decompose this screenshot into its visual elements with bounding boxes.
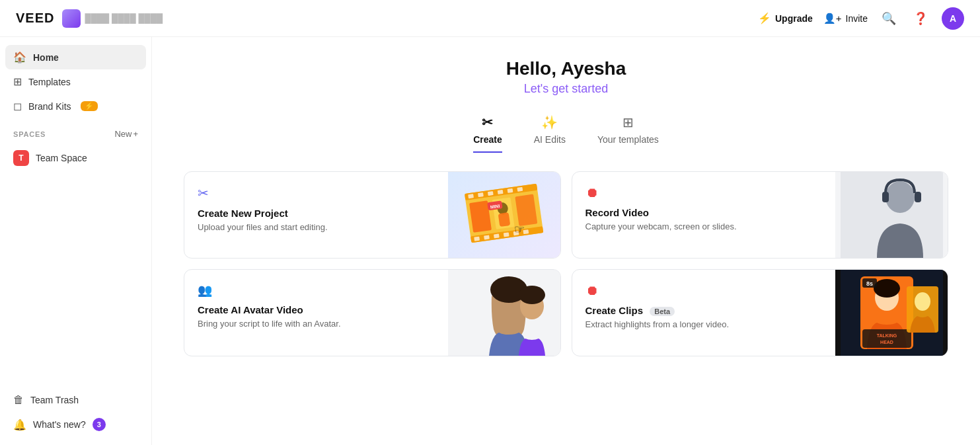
team-space-initial: T — [19, 153, 23, 163]
tab-create[interactable]: ✂ Create — [473, 114, 502, 153]
tab-ai-edits-label: AI Edits — [534, 134, 566, 145]
tab-your-templates[interactable]: ⊞ Your templates — [597, 114, 659, 153]
workspace-badge: ████ ████ ████ — [62, 9, 163, 28]
card-record-video-content: ⏺ Record Video Capture your webcam, scre… — [572, 172, 836, 258]
sidebar-item-brand-kits[interactable]: ◻ Brand Kits ⚡ — [5, 94, 146, 118]
svg-rect-26 — [915, 192, 921, 202]
svg-point-35 — [874, 279, 900, 298]
new-space-label: New — [114, 129, 132, 139]
search-button[interactable]: 🔍 — [878, 8, 899, 29]
scissors-tab-icon: ✂ — [482, 114, 493, 130]
film-strip-svg: MINI ☞ — [455, 175, 554, 255]
card-create-avatar-thumbnail — [448, 270, 560, 356]
sidebar-item-team-trash[interactable]: 🗑 Team Trash — [5, 388, 146, 412]
card-create-project[interactable]: ✂ Create New Project Upload your files a… — [184, 171, 561, 259]
card-create-avatar-content: 👥 Create AI Avatar Video Bring your scri… — [184, 270, 448, 356]
team-space-label: Team Space — [36, 153, 87, 163]
nav-right: ⚡ Upgrade 👤+ Invite 🔍 ❓ A — [758, 7, 964, 30]
help-icon: ❓ — [913, 11, 928, 26]
svg-rect-9 — [474, 237, 480, 241]
trash-icon: 🗑 — [13, 394, 24, 406]
user-avatar-button[interactable]: A — [942, 7, 964, 30]
team-trash-label: Team Trash — [30, 395, 79, 405]
avatar-person-svg — [453, 270, 555, 356]
whats-new-badge: 3 — [93, 418, 106, 431]
svg-rect-7 — [507, 188, 513, 193]
sidebar-bottom: 🗑 Team Trash 🔔 What's new? 3 — [5, 388, 146, 437]
brand-kits-badge: ⚡ — [81, 101, 98, 111]
tab-your-templates-label: Your templates — [597, 134, 659, 145]
invite-label: Invite — [846, 13, 868, 24]
svg-text:HEAD: HEAD — [880, 340, 893, 344]
top-nav: VEED ████ ████ ████ ⚡ Upgrade 👤+ Invite … — [0, 0, 980, 37]
card-create-clips-thumbnail: TALKING HEAD 8s — [835, 270, 948, 356]
home-label: Home — [33, 52, 59, 63]
upgrade-label: Upgrade — [775, 13, 813, 24]
svg-point-40 — [915, 292, 930, 311]
card-record-video-title: Record Video — [585, 207, 823, 218]
svg-rect-12 — [503, 232, 509, 237]
nav-left: VEED ████ ████ ████ — [16, 9, 163, 28]
veed-logo: VEED — [16, 11, 54, 26]
svg-rect-4 — [478, 192, 484, 197]
card-create-avatar-desc: Bring your script to life with an Avatar… — [198, 318, 435, 330]
svg-point-31 — [519, 286, 545, 304]
invite-button[interactable]: 👤+ Invite — [823, 13, 868, 24]
scissors-card-icon: ✂ — [198, 185, 435, 201]
svg-rect-10 — [484, 235, 490, 239]
team-space-avatar: T — [13, 150, 29, 166]
svg-rect-6 — [497, 190, 503, 194]
card-record-video-desc: Capture your webcam, screen or slides. — [585, 221, 823, 233]
card-create-project-desc: Upload your files and start editing. — [198, 222, 435, 233]
card-create-clips[interactable]: ⏺ Create Clips Beta Extract highlights f… — [572, 269, 949, 356]
sidebar-item-home[interactable]: 🏠 Home — [5, 45, 146, 69]
tab-ai-edits[interactable]: ✨ AI Edits — [534, 114, 566, 153]
tab-create-label: Create — [473, 134, 502, 145]
svg-rect-8 — [517, 187, 523, 192]
upgrade-button[interactable]: ⚡ Upgrade — [758, 12, 813, 24]
beta-badge: Beta — [650, 307, 675, 316]
svg-text:TALKING: TALKING — [876, 333, 897, 338]
content-tabs: ✂ Create ✨ AI Edits ⊞ Your templates — [184, 114, 948, 153]
page-header: Hello, Ayesha Let's get started — [184, 58, 948, 96]
card-record-video[interactable]: ⏺ Record Video Capture your webcam, scre… — [572, 171, 949, 259]
home-icon: 🏠 — [13, 51, 26, 63]
card-create-project-content: ✂ Create New Project Upload your files a… — [184, 172, 448, 258]
sidebar-item-whats-new[interactable]: 🔔 What's new? 3 — [5, 412, 146, 437]
main-content: Hello, Ayesha Let's get started ✂ Create… — [152, 37, 980, 445]
workspace-icon — [62, 9, 81, 28]
page-title: Hello, Ayesha — [184, 58, 948, 79]
plus-icon: + — [133, 129, 138, 139]
avatar-initial: A — [950, 13, 956, 24]
svg-rect-36 — [862, 329, 911, 348]
card-record-video-thumbnail — [835, 172, 948, 258]
svg-rect-19 — [498, 212, 510, 227]
svg-rect-3 — [468, 194, 474, 198]
clips-svg: TALKING HEAD 8s — [841, 270, 943, 356]
svg-text:☞: ☞ — [514, 223, 525, 236]
cards-grid: ✂ Create New Project Upload your files a… — [184, 171, 948, 356]
new-space-button[interactable]: New + — [114, 129, 138, 139]
sidebar-item-templates[interactable]: ⊞ Templates — [5, 69, 146, 94]
svg-rect-5 — [487, 191, 493, 196]
card-create-avatar-title: Create AI Avatar Video — [198, 304, 435, 315]
svg-rect-11 — [493, 233, 499, 238]
spaces-label: SPACES — [13, 130, 46, 138]
card-create-avatar[interactable]: 👥 Create AI Avatar Video Bring your scri… — [184, 269, 561, 356]
brand-kits-label: Brand Kits — [28, 101, 71, 112]
avatar-card-icon: 👥 — [198, 283, 435, 298]
wand-tab-icon: ✨ — [541, 114, 558, 130]
page-subtitle: Let's get started — [184, 82, 948, 96]
main-layout: 🏠 Home ⊞ Templates ◻ Brand Kits ⚡ SPACES… — [0, 37, 980, 445]
person-record-svg — [841, 172, 943, 258]
templates-label: Templates — [28, 77, 71, 87]
sidebar-item-team-space[interactable]: T Team Space — [5, 144, 146, 172]
svg-rect-25 — [882, 192, 889, 202]
sidebar: 🏠 Home ⊞ Templates ◻ Brand Kits ⚡ SPACES… — [0, 37, 152, 445]
card-create-clips-desc: Extract highlights from a longer video. — [585, 319, 823, 331]
spaces-header: SPACES New + — [5, 124, 146, 144]
help-button[interactable]: ❓ — [910, 8, 931, 29]
search-icon: 🔍 — [882, 11, 896, 26]
template-tab-icon: ⊞ — [622, 114, 634, 130]
card-create-project-title: Create New Project — [198, 208, 435, 219]
